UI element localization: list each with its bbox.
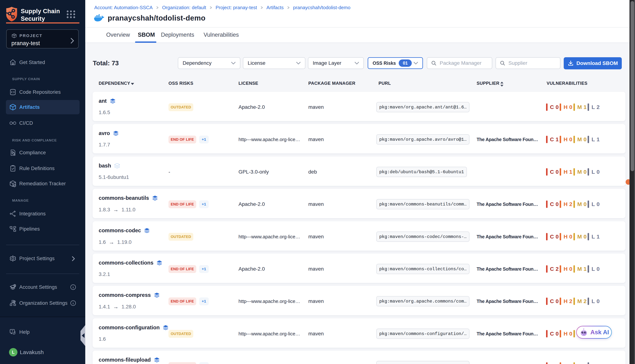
svg-text:?: ? — [12, 330, 13, 333]
